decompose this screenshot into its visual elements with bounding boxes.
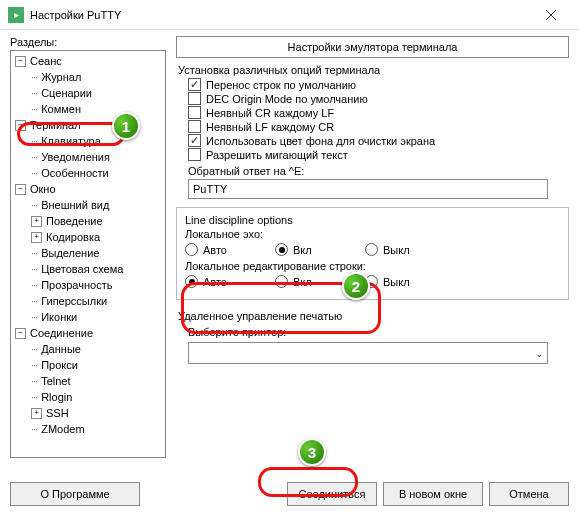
section-title: Установка различных опций терминала — [178, 64, 569, 76]
answerback-label: Обратный ответ на ^E: — [188, 165, 569, 177]
echo-label: Локальное эхо: — [185, 228, 560, 240]
checkbox-row[interactable]: Разрешить мигающий текст — [188, 148, 569, 161]
tree-item[interactable]: ···Прозрачность — [11, 277, 165, 293]
edit-auto-radio[interactable] — [185, 275, 198, 288]
tree-toggle-icon[interactable]: + — [31, 408, 42, 419]
tree-item[interactable]: ···Гиперссылки — [11, 293, 165, 309]
window-title: Настройки PuTTY — [30, 9, 531, 21]
printer-section-title: Удаленное управление печатью — [178, 310, 569, 322]
category-tree[interactable]: −Сеанс···Журнал···Сценарии···Коммен−Терм… — [10, 50, 166, 458]
checkbox-row[interactable]: DEC Origin Mode по умолчанию — [188, 92, 569, 105]
answerback-input[interactable] — [188, 179, 548, 199]
tree-item-label: Rlogin — [39, 391, 74, 403]
tree-item-label: Уведомления — [39, 151, 112, 163]
tree-item-label: Сценарии — [39, 87, 94, 99]
checkbox[interactable] — [188, 92, 201, 105]
checkbox-row[interactable]: Неявный LF каждому CR — [188, 120, 569, 133]
tree-item-label: Терминал — [28, 119, 83, 131]
tree-toggle-icon[interactable]: − — [15, 184, 26, 195]
tree-item-label: Выделение — [39, 247, 101, 259]
echo-on-radio[interactable] — [275, 243, 288, 256]
chevron-down-icon: ⌄ — [535, 348, 543, 359]
tree-item-label: Гиперссылки — [39, 295, 109, 307]
tree-item[interactable]: ···Коммен — [11, 101, 165, 117]
tree-item[interactable]: ···Особенности — [11, 165, 165, 181]
tree-item-label: Данные — [39, 343, 83, 355]
tree-item-label: Прозрачность — [39, 279, 114, 291]
checkbox[interactable] — [188, 134, 201, 147]
close-icon — [546, 10, 556, 20]
checkbox-label: DEC Origin Mode по умолчанию — [206, 93, 368, 105]
tree-item[interactable]: ···Сценарии — [11, 85, 165, 101]
line-discipline-fieldset: Line discipline options Локальное эхо: А… — [176, 207, 569, 300]
tree-toggle-icon[interactable]: − — [15, 120, 26, 131]
tree-toggle-icon[interactable]: − — [15, 328, 26, 339]
edit-off-radio[interactable] — [365, 275, 378, 288]
echo-auto-radio[interactable] — [185, 243, 198, 256]
tree-item-label: Соединение — [28, 327, 95, 339]
checkbox-row[interactable]: Неявный CR каждому LF — [188, 106, 569, 119]
tree-item[interactable]: +SSH — [11, 405, 165, 421]
tree-item[interactable]: ···Цветовая схема — [11, 261, 165, 277]
tree-toggle-icon[interactable]: + — [31, 216, 42, 227]
tree-item[interactable]: ···Rlogin — [11, 389, 165, 405]
printer-label: Выберите принтер: — [188, 326, 569, 338]
tree-toggle-icon[interactable]: − — [15, 56, 26, 67]
new-window-button[interactable]: В новом окне — [383, 482, 483, 506]
printer-combo[interactable]: ⌄ — [188, 342, 548, 364]
tree-item[interactable]: ···ZModem — [11, 421, 165, 437]
tree-item-label: Внешний вид — [39, 199, 111, 211]
tree-item-label: SSH — [44, 407, 71, 419]
tree-item[interactable]: −Окно — [11, 181, 165, 197]
tree-item-label: Клавиатура — [39, 135, 103, 147]
about-button[interactable]: О Программе — [10, 482, 140, 506]
checkbox-row[interactable]: Использовать цвет фона для очистки экран… — [188, 134, 569, 147]
tree-item-label: Иконки — [39, 311, 79, 323]
cancel-button[interactable]: Отмена — [489, 482, 569, 506]
tree-item[interactable]: ···Иконки — [11, 309, 165, 325]
line-discipline-title: Line discipline options — [185, 214, 560, 226]
tree-item-label: Коммен — [39, 103, 83, 115]
tree-item[interactable]: ···Выделение — [11, 245, 165, 261]
checkbox-row[interactable]: Перенос строк по умолчанию — [188, 78, 569, 91]
tree-item[interactable]: −Сеанс — [11, 53, 165, 69]
checkbox[interactable] — [188, 120, 201, 133]
tree-item-label: Особенности — [39, 167, 111, 179]
checkbox-label: Использовать цвет фона для очистки экран… — [206, 135, 435, 147]
echo-off-radio[interactable] — [365, 243, 378, 256]
tree-item-label: Кодировка — [44, 231, 102, 243]
connect-button[interactable]: Соединиться — [287, 482, 377, 506]
checkbox[interactable] — [188, 148, 201, 161]
tree-item-label: Прокси — [39, 359, 80, 371]
checkbox[interactable] — [188, 78, 201, 91]
checkbox-label: Перенос строк по умолчанию — [206, 79, 356, 91]
tree-item[interactable]: ···Внешний вид — [11, 197, 165, 213]
app-icon: ▸ — [8, 7, 24, 23]
tree-item-label: Поведение — [44, 215, 105, 227]
panel-header: Настройки эмулятора терминала — [176, 36, 569, 58]
tree-item-label: Telnet — [39, 375, 72, 387]
tree-item[interactable]: ···Данные — [11, 341, 165, 357]
tree-item-label: Цветовая схема — [39, 263, 125, 275]
settings-panel: Настройки эмулятора терминала Установка … — [166, 36, 569, 468]
tree-item[interactable]: −Соединение — [11, 325, 165, 341]
tree-item[interactable]: ···Клавиатура — [11, 133, 165, 149]
titlebar: ▸ Настройки PuTTY — [0, 0, 579, 30]
tree-item-label: Сеанс — [28, 55, 64, 67]
tree-item[interactable]: ···Прокси — [11, 357, 165, 373]
checkbox-label: Неявный CR каждому LF — [206, 107, 334, 119]
close-button[interactable] — [531, 1, 571, 29]
tree-item[interactable]: +Кодировка — [11, 229, 165, 245]
categories-label: Разделы: — [10, 36, 166, 48]
checkbox-label: Разрешить мигающий текст — [206, 149, 348, 161]
tree-item[interactable]: +Поведение — [11, 213, 165, 229]
tree-item-label: Окно — [28, 183, 58, 195]
edit-on-radio[interactable] — [275, 275, 288, 288]
checkbox[interactable] — [188, 106, 201, 119]
tree-item[interactable]: −Терминал — [11, 117, 165, 133]
tree-toggle-icon[interactable]: + — [31, 232, 42, 243]
tree-item[interactable]: ···Журнал — [11, 69, 165, 85]
tree-item[interactable]: ···Telnet — [11, 373, 165, 389]
tree-item-label: Журнал — [39, 71, 83, 83]
tree-item[interactable]: ···Уведомления — [11, 149, 165, 165]
